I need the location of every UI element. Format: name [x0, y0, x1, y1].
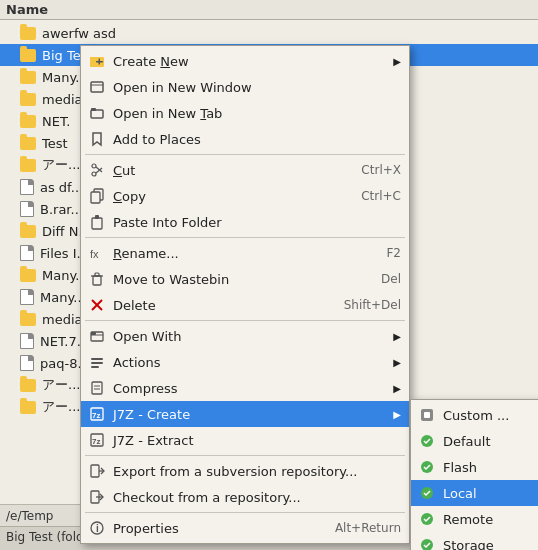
actions-icon	[87, 352, 107, 372]
file-list-item[interactable]: awerfw asd	[0, 22, 538, 44]
submenu-item-label: Local	[443, 486, 477, 501]
menu-item-label: J7Z - Create	[113, 407, 387, 422]
copy-icon	[87, 186, 107, 206]
folder-icon	[20, 313, 36, 326]
submenu-item-default[interactable]: Default	[411, 428, 538, 454]
submenu-item-label: Custom ...	[443, 408, 509, 423]
svg-rect-3	[99, 59, 101, 65]
menu-item-label: Move to Wastebin	[113, 272, 361, 287]
menu-item-paste-into[interactable]: Paste Into Folder	[81, 209, 409, 235]
svg-text:fx: fx	[90, 248, 99, 260]
menu-item-shortcut: Ctrl+X	[361, 163, 401, 177]
paste-icon	[87, 212, 107, 232]
svg-rect-27	[92, 382, 102, 394]
green-dot-icon	[417, 457, 437, 477]
menu-separator	[85, 154, 405, 155]
svg-rect-17	[93, 276, 101, 285]
menu-item-label: Rename...	[113, 246, 366, 261]
menu-item-delete[interactable]: DeleteShift+Del	[81, 292, 409, 318]
menu-item-rename[interactable]: fxRename...F2	[81, 240, 409, 266]
rename-icon: fx	[87, 243, 107, 263]
menu-item-label: Delete	[113, 298, 324, 313]
folder-new-icon	[87, 51, 107, 71]
menu-item-checkout[interactable]: Checkout from a repository...	[81, 484, 409, 510]
menu-item-label: Export from a subversion repository...	[113, 464, 401, 479]
menu-item-create-new[interactable]: Create New▶	[81, 48, 409, 74]
context-menu: Create New▶Open in New WindowOpen in New…	[80, 45, 410, 544]
svg-point-9	[92, 172, 96, 176]
menu-item-shortcut: Ctrl+C	[361, 189, 401, 203]
green-dot-icon	[417, 535, 437, 550]
menu-item-label: Cut	[113, 163, 341, 178]
window-icon	[87, 77, 107, 97]
svg-rect-25	[91, 362, 103, 364]
checkout-icon	[87, 487, 107, 507]
svg-rect-6	[91, 110, 103, 118]
compress-icon	[87, 378, 107, 398]
submenu-arrow-icon: ▶	[393, 409, 401, 420]
folder-icon	[20, 137, 36, 150]
menu-item-j7z-extract[interactable]: 7zJ7Z - Extract	[81, 427, 409, 453]
menu-item-shortcut: F2	[386, 246, 401, 260]
submenu-item-label: Flash	[443, 460, 477, 475]
menu-item-copy[interactable]: CopyCtrl+C	[81, 183, 409, 209]
menu-item-export-svn[interactable]: Export from a subversion repository...	[81, 458, 409, 484]
menu-item-j7z-create[interactable]: 7zJ7Z - Create▶Custom ...DefaultFlashLoc…	[81, 401, 409, 427]
menu-item-open-new-tab[interactable]: Open in New Tab	[81, 100, 409, 126]
submenu-item-storage[interactable]: Storage	[411, 532, 538, 550]
menu-item-label: J7Z - Extract	[113, 433, 401, 448]
submenu-item-flash[interactable]: Flash	[411, 454, 538, 480]
menu-item-add-to-places[interactable]: Add to Places	[81, 126, 409, 152]
menu-item-properties[interactable]: iPropertiesAlt+Return	[81, 515, 409, 541]
properties-icon: i	[87, 518, 107, 538]
menu-item-label: Paste Into Folder	[113, 215, 401, 230]
svg-point-38	[421, 539, 433, 550]
svg-text:7z: 7z	[92, 437, 100, 446]
tab-icon	[87, 103, 107, 123]
file-item-name: アー...	[42, 156, 80, 174]
menu-item-label: Open With	[113, 329, 387, 344]
menu-item-cut[interactable]: CutCtrl+X	[81, 157, 409, 183]
menu-item-actions[interactable]: Actions▶	[81, 349, 409, 375]
menu-item-label: Copy	[113, 189, 341, 204]
file-icon	[20, 201, 34, 217]
menu-separator	[85, 455, 405, 456]
submenu-arrow-icon: ▶	[393, 357, 401, 368]
menu-item-label: Create New	[113, 54, 387, 69]
path-text: /e/Temp	[6, 509, 53, 523]
file-item-name: Test	[42, 136, 68, 151]
file-icon	[20, 289, 34, 305]
svg-point-8	[92, 164, 96, 168]
svg-rect-24	[91, 358, 103, 360]
menu-item-label: Actions	[113, 355, 387, 370]
svg-rect-26	[91, 366, 99, 368]
menu-separator	[85, 512, 405, 513]
menu-item-open-new-window[interactable]: Open in New Window	[81, 74, 409, 100]
folder-icon	[20, 71, 36, 84]
j7z-icon: 7z	[87, 430, 107, 450]
menu-item-open-with[interactable]: Open With▶	[81, 323, 409, 349]
menu-item-move-wastebin[interactable]: Move to WastebinDel	[81, 266, 409, 292]
submenu-item-remote[interactable]: Remote	[411, 506, 538, 532]
menu-item-compress[interactable]: Compress▶	[81, 375, 409, 401]
folder-icon	[20, 93, 36, 106]
open-icon	[87, 326, 107, 346]
submenu-item-custom[interactable]: Custom ...	[411, 402, 538, 428]
j7z-submenu: Custom ...DefaultFlashLocalRemoteStorage	[410, 399, 538, 550]
svg-rect-7	[91, 108, 96, 111]
file-item-name: NET.	[42, 114, 70, 129]
file-item-name: awerfw asd	[42, 26, 116, 41]
delete-red-icon	[87, 295, 107, 315]
gear-gray-icon	[417, 405, 437, 425]
menu-item-label: Open in New Tab	[113, 106, 401, 121]
file-item-name: as df...	[40, 180, 83, 195]
svg-rect-14	[92, 218, 102, 229]
submenu-item-local[interactable]: Local	[411, 480, 538, 506]
file-icon	[20, 333, 34, 349]
folder-icon	[20, 225, 36, 238]
submenu-arrow-icon: ▶	[393, 331, 401, 342]
menu-item-label: Compress	[113, 381, 387, 396]
menu-item-label: Properties	[113, 521, 315, 536]
green-dot-icon	[417, 509, 437, 529]
file-item-name: Many...	[40, 290, 86, 305]
